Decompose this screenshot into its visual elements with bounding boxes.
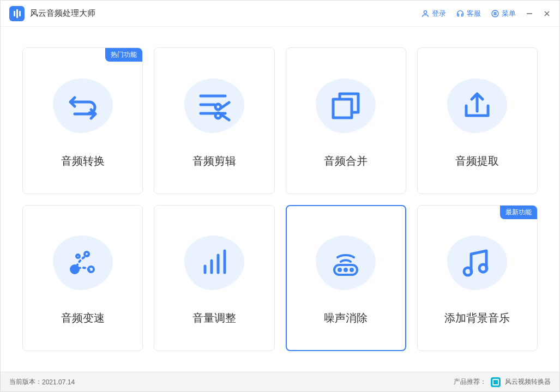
card-label: 添加背景音乐 bbox=[444, 311, 510, 325]
card-audio-merge[interactable]: 音频合并 bbox=[286, 47, 406, 194]
app-window: 风云音频处理大师 登录 客服 菜单 bbox=[0, 0, 560, 392]
card-label: 音量调整 bbox=[192, 311, 236, 325]
card-label: 音频合并 bbox=[324, 154, 368, 168]
login-label: 登录 bbox=[432, 9, 446, 19]
speed-icon bbox=[50, 230, 116, 295]
app-title: 风云音频处理大师 bbox=[30, 8, 95, 19]
convert-icon bbox=[50, 73, 116, 138]
menu-icon bbox=[491, 9, 499, 18]
card-audio-extract[interactable]: 音频提取 bbox=[417, 47, 538, 194]
minimize-button[interactable] bbox=[526, 10, 533, 17]
card-label: 音频剪辑 bbox=[192, 154, 236, 168]
card-label: 音频变速 bbox=[61, 311, 105, 325]
merge-icon bbox=[313, 73, 378, 138]
cut-icon bbox=[182, 73, 247, 138]
close-button[interactable] bbox=[543, 10, 551, 17]
headset-icon bbox=[456, 9, 465, 18]
noise-icon bbox=[313, 230, 378, 295]
login-button[interactable]: 登录 bbox=[421, 9, 446, 19]
version-label: 当前版本： bbox=[9, 377, 42, 387]
svg-point-23 bbox=[345, 269, 347, 271]
app-logo-icon bbox=[9, 6, 25, 21]
svg-rect-12 bbox=[333, 99, 352, 118]
card-label: 音频提取 bbox=[455, 154, 499, 168]
card-volume-adjust[interactable]: 音量调整 bbox=[154, 205, 274, 352]
card-label: 噪声消除 bbox=[324, 311, 368, 325]
new-badge: 最新功能 bbox=[500, 206, 537, 219]
user-icon bbox=[421, 9, 430, 18]
menu-label: 菜单 bbox=[502, 9, 516, 19]
card-add-bgm[interactable]: 最新功能 添加背景音乐 bbox=[417, 205, 538, 352]
svg-point-24 bbox=[351, 269, 353, 271]
svg-point-0 bbox=[424, 10, 426, 13]
recommend-product-link[interactable]: 风云视频转换器 bbox=[505, 377, 551, 387]
footer: 当前版本： 2021.07.14 产品推荐： 风云视频转换器 bbox=[1, 372, 559, 391]
hot-badge: 热门功能 bbox=[105, 48, 142, 62]
titlebar: 风云音频处理大师 登录 客服 菜单 bbox=[1, 1, 559, 27]
card-audio-cut[interactable]: 音频剪辑 bbox=[154, 47, 274, 194]
version-value: 2021.07.14 bbox=[42, 378, 75, 386]
music-icon bbox=[444, 230, 510, 295]
main-grid: 热门功能 音频转换 音频剪辑 音频合并 bbox=[1, 27, 559, 372]
support-button[interactable]: 客服 bbox=[456, 9, 481, 19]
svg-point-26 bbox=[479, 264, 487, 272]
svg-point-22 bbox=[339, 269, 341, 271]
recommend-label: 产品推荐： bbox=[454, 377, 486, 387]
support-label: 客服 bbox=[467, 9, 481, 19]
card-audio-convert[interactable]: 热门功能 音频转换 bbox=[22, 47, 143, 194]
card-audio-speed[interactable]: 音频变速 bbox=[22, 205, 143, 352]
svg-point-16 bbox=[76, 255, 80, 258]
card-noise-removal[interactable]: 噪声消除 bbox=[286, 205, 406, 352]
extract-icon bbox=[444, 73, 510, 138]
card-label: 音频转换 bbox=[61, 154, 105, 168]
menu-button[interactable]: 菜单 bbox=[491, 9, 516, 19]
recommend-product-icon bbox=[491, 377, 501, 387]
svg-point-25 bbox=[464, 268, 472, 275]
volume-icon bbox=[182, 230, 247, 295]
